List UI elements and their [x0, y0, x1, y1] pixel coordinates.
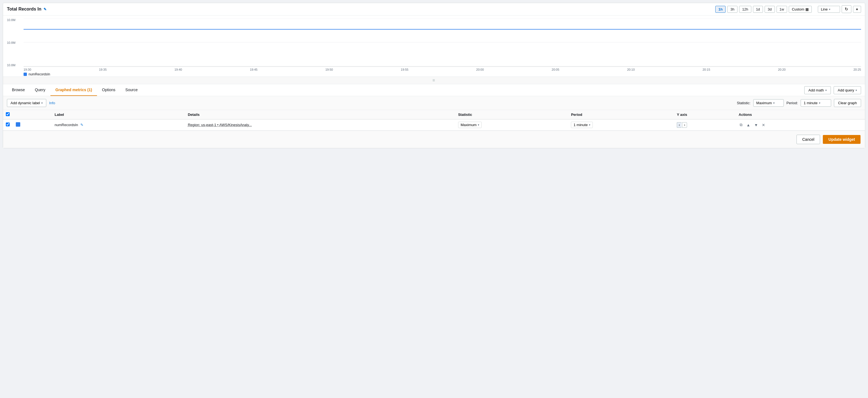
- x-label-10: 20:20: [778, 68, 786, 71]
- add-query-chevron: ▾: [856, 89, 857, 92]
- tab-source[interactable]: Source: [120, 84, 143, 96]
- tab-options[interactable]: Options: [97, 84, 120, 96]
- add-math-button[interactable]: Add math ▾: [804, 86, 831, 94]
- footer: Cancel Update widget: [3, 130, 865, 148]
- x-label-3: 19:45: [250, 68, 258, 71]
- x-label-2: 19:40: [174, 68, 182, 71]
- row-checkbox-cell: [3, 119, 13, 130]
- row-details-cell: Region: us-east-1 • AWS/KinesisAnaly...: [185, 119, 455, 130]
- time-controls: 1h 3h 12h 1d 3d 1w Custom ▦ Line ▾ ↻ ▾: [715, 5, 861, 13]
- metric-name-group: numRecordsIn ✎: [55, 123, 182, 127]
- copy-icon[interactable]: ⧉: [739, 122, 744, 128]
- row-checkbox[interactable]: [6, 123, 10, 126]
- x-label-0: 19:30: [24, 68, 31, 71]
- y-label-top: 10.8M: [7, 18, 16, 22]
- y-axis-left-btn[interactable]: ‹: [677, 122, 681, 128]
- details-text[interactable]: Region: us-east-1 • AWS/KinesisAnaly...: [188, 123, 252, 127]
- tab-query[interactable]: Query: [30, 84, 51, 96]
- chart-legend: numRecordsIn: [24, 72, 861, 76]
- x-label-5: 19:55: [401, 68, 408, 71]
- tabs-header: Browse Query Graphed metrics (1) Options…: [3, 84, 865, 96]
- row-color-cell: [13, 119, 52, 130]
- time-btn-3d[interactable]: 3d: [765, 6, 775, 13]
- row-label-cell: numRecordsIn ✎: [52, 119, 185, 130]
- col-details: Details: [185, 110, 455, 119]
- line-type-select[interactable]: Line ▾: [818, 6, 840, 13]
- time-btn-1d[interactable]: 1d: [753, 6, 763, 13]
- period-label: Period:: [786, 101, 798, 105]
- chart-title-text: Total Records In: [7, 7, 41, 12]
- add-dynamic-label-button[interactable]: Add dynamic label ▾: [7, 99, 46, 107]
- period-chevron: ▾: [819, 101, 820, 104]
- chart-area: 10.8M 10.8M 10.8M 19:30 19:35 19:40 19:4…: [3, 16, 865, 76]
- refresh-btn[interactable]: ↻: [842, 5, 851, 13]
- y-label-mid: 10.8M: [7, 41, 16, 44]
- edit-metric-icon[interactable]: ✎: [81, 123, 84, 127]
- metric-name-text: numRecordsIn: [55, 123, 78, 127]
- add-dynamic-chevron: ▾: [41, 101, 43, 104]
- add-math-chevron: ▾: [825, 89, 827, 92]
- add-query-button[interactable]: Add query ▾: [834, 86, 861, 94]
- time-btn-12h[interactable]: 12h: [739, 6, 751, 13]
- chart-header: Total Records In ✎ 1h 3h 12h 1d 3d 1w Cu…: [3, 3, 865, 16]
- color-swatch[interactable]: [16, 122, 20, 127]
- col-statistic: Statistic: [455, 110, 568, 119]
- action-icons: ⧉ ▲ ▼ ✕: [739, 122, 862, 128]
- x-label-4: 19:50: [326, 68, 333, 71]
- right-controls: Statistic: Maximum ▾ Period: 1 minute ▾ …: [737, 99, 861, 107]
- tabs-section: Browse Query Graphed metrics (1) Options…: [3, 84, 865, 130]
- x-label-11: 20:25: [853, 68, 861, 71]
- period-select[interactable]: 1 minute ▾: [801, 99, 831, 107]
- x-label-8: 20:10: [627, 68, 635, 71]
- more-icon: ▾: [856, 7, 858, 11]
- statistic-label: Statistic:: [737, 101, 750, 105]
- time-btn-3h[interactable]: 3h: [727, 6, 737, 13]
- cancel-button[interactable]: Cancel: [797, 135, 820, 144]
- col-actions: Actions: [736, 110, 865, 119]
- col-color: [13, 110, 52, 119]
- x-axis: 19:30 19:35 19:40 19:45 19:50 19:55 20:0…: [24, 67, 861, 71]
- row-yaxis-cell: ‹ ›: [674, 119, 736, 130]
- edit-title-icon[interactable]: ✎: [43, 7, 46, 11]
- calendar-icon: ▦: [805, 7, 809, 11]
- more-options-btn[interactable]: ▾: [853, 6, 861, 13]
- row-statistic-select[interactable]: Maximum ▾: [458, 122, 482, 128]
- line-select-chevron: ▾: [829, 8, 830, 11]
- x-label-6: 20:00: [476, 68, 484, 71]
- y-axis-right-btn[interactable]: ›: [682, 122, 687, 128]
- update-widget-button[interactable]: Update widget: [823, 135, 861, 144]
- tab-browse[interactable]: Browse: [7, 84, 30, 96]
- statistic-chevron: ▾: [773, 101, 775, 104]
- table-header-row: Label Details Statistic Period Y axis Ac…: [3, 110, 865, 119]
- tab-actions: Add math ▾ Add query ▾: [804, 86, 861, 94]
- custom-btn[interactable]: Custom ▦: [789, 6, 812, 13]
- row-period-cell: 1 minute ▾: [568, 119, 674, 130]
- tab-graphed-metrics[interactable]: Graphed metrics (1): [51, 84, 97, 96]
- row-actions-cell: ⧉ ▲ ▼ ✕: [736, 119, 865, 130]
- refresh-icon: ↻: [845, 7, 848, 11]
- drag-handle[interactable]: ≡: [3, 76, 865, 84]
- main-panel: Total Records In ✎ 1h 3h 12h 1d 3d 1w Cu…: [3, 3, 865, 148]
- statistic-select[interactable]: Maximum ▾: [753, 99, 784, 107]
- chart-title-group: Total Records In ✎: [7, 7, 46, 12]
- select-all-checkbox[interactable]: [6, 112, 10, 116]
- clear-graph-button[interactable]: Clear graph: [834, 99, 861, 107]
- metrics-controls: Add dynamic label ▾ Info Statistic: Maxi…: [3, 96, 865, 110]
- y-axis-labels: 10.8M 10.8M 10.8M: [7, 18, 16, 67]
- time-btn-1h[interactable]: 1h: [715, 6, 725, 13]
- tabs-list: Browse Query Graphed metrics (1) Options…: [7, 84, 143, 96]
- delete-icon[interactable]: ✕: [761, 122, 766, 128]
- info-link[interactable]: Info: [49, 101, 55, 105]
- col-period: Period: [568, 110, 674, 119]
- x-label-9: 20:15: [703, 68, 710, 71]
- row-period-select[interactable]: 1 minute ▾: [571, 122, 592, 128]
- col-label: Label: [52, 110, 185, 119]
- x-label-1: 19:35: [99, 68, 107, 71]
- move-up-icon[interactable]: ▲: [745, 122, 751, 128]
- line-type-label: Line: [821, 7, 828, 11]
- move-down-icon[interactable]: ▼: [753, 122, 759, 128]
- time-btn-1w[interactable]: 1w: [777, 6, 787, 13]
- metrics-table: Label Details Statistic Period Y axis Ac…: [3, 110, 865, 130]
- row-statistic-cell: Maximum ▾: [455, 119, 568, 130]
- y-axis-controls: ‹ ›: [677, 122, 733, 128]
